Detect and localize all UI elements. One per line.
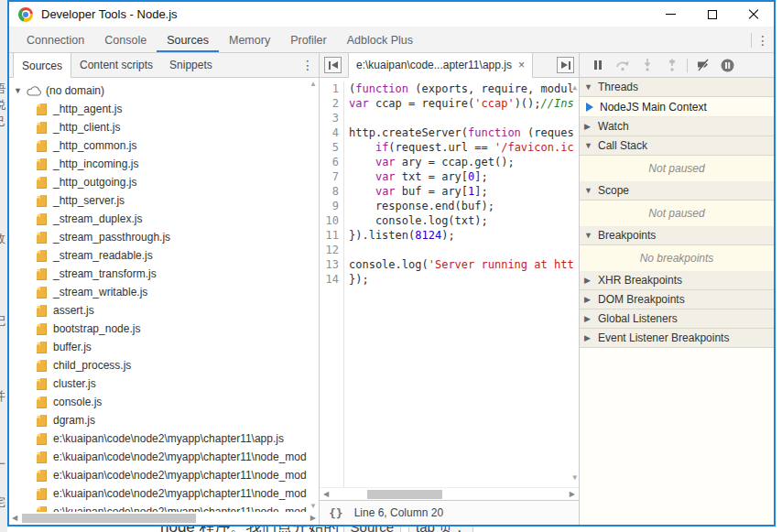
step-into-icon[interactable] [635, 54, 659, 76]
editor-scroll-down-icon[interactable]: ▼ [572, 471, 577, 485]
tree-file-item[interactable]: _stream_duplex.js [9, 210, 319, 228]
section-header-event-listener-breakpoints[interactable]: ▶Event Listener Breakpoints [580, 329, 774, 348]
tree-file-item[interactable]: _http_outgoing.js [9, 173, 319, 191]
file-name-label: _http_incoming.js [53, 157, 138, 170]
main-tab-memory[interactable]: Memory [219, 27, 280, 52]
tree-scroll-left-icon[interactable]: ◀ [12, 514, 17, 522]
tree-file-item[interactable]: _stream_passthrough.js [9, 228, 319, 246]
tree-file-item[interactable]: e:\kuaipan\code\node2\myapp\chapter11\no… [9, 448, 319, 466]
tree-file-item[interactable]: e:\kuaipan\code\node2\myapp\chapter11\no… [9, 484, 319, 503]
show-navigator-icon[interactable] [324, 57, 342, 73]
editor-scroll-right-icon[interactable]: ▶ [570, 490, 575, 498]
tree-scrollbar-thumb[interactable] [22, 514, 196, 523]
section-label: DOM Breakpoints [598, 293, 685, 306]
tab-close-icon[interactable]: × [518, 60, 525, 71]
tree-file-item[interactable]: _stream_readable.js [9, 246, 319, 265]
tree-file-item[interactable]: console.js [9, 393, 319, 411]
editor-horizontal-scrollbar[interactable]: ◀ ▶ [320, 487, 579, 500]
maximize-button[interactable] [691, 2, 733, 27]
tree-file-item[interactable]: _stream_transform.js [9, 265, 319, 283]
minimize-button[interactable] [650, 2, 691, 27]
tree-horizontal-scrollbar[interactable]: ◀ ▶ [9, 512, 319, 525]
section-expander-icon: ▶ [584, 122, 593, 131]
tree-file-item[interactable]: _http_common.js [9, 136, 319, 155]
tree-scroll-up-icon[interactable]: ▲ [310, 80, 317, 88]
expander-triangle-icon[interactable]: ▼ [14, 86, 23, 95]
nav-bar-right [569, 61, 570, 70]
section-header-threads[interactable]: ▼Threads [580, 78, 774, 97]
navigator-kebab-icon[interactable]: ⋮ [297, 53, 319, 77]
file-name-label: _http_server.js [53, 194, 125, 207]
tree-file-item[interactable]: assert.js [9, 301, 319, 320]
section-header-xhr-breakpoints[interactable]: ▶XHR Breakpoints [580, 271, 774, 290]
deactivate-breakpoints-icon[interactable] [690, 54, 715, 76]
line-number-gutter: 1234567891011121314 [320, 81, 344, 487]
tree-file-item[interactable]: e:\kuaipan\code\node2\myapp\chapter11\no… [9, 503, 319, 512]
tree-file-item[interactable]: e:\kuaipan\code\node2\myapp\chapter11\no… [9, 466, 319, 484]
tree-file-item[interactable]: bootstrap_node.js [9, 320, 319, 338]
debugger-toolbar [580, 53, 774, 78]
section-header-scope[interactable]: ▼Scope [580, 181, 774, 201]
tree-file-item[interactable]: e:\kuaipan\code\node2\myapp\chapter11\ap… [9, 429, 319, 448]
main-tab-adblock-plus[interactable]: Adblock Plus [337, 27, 423, 52]
tree-file-item[interactable]: _stream_writable.js [9, 283, 319, 301]
section-expander-icon: ▼ [584, 141, 593, 150]
section-expander-icon: ▼ [584, 231, 593, 240]
editor-scrollbar-thumb[interactable] [367, 490, 442, 499]
editor-scroll-up-icon[interactable]: ▲ [572, 81, 577, 95]
window-controls [650, 2, 774, 27]
section-header-global-listeners[interactable]: ▶Global Listeners [580, 309, 774, 329]
chrome-logo-icon [18, 7, 33, 22]
step-over-icon[interactable] [610, 54, 635, 76]
section-placeholder-text: Not paused [580, 201, 774, 226]
tree-file-item[interactable]: _http_agent.js [9, 100, 319, 118]
code-line: console.log('Server running at htt [349, 257, 579, 272]
file-name-label: e:\kuaipan\code\node2\myapp\chapter11\no… [53, 469, 307, 482]
navigator-tab-content-scripts[interactable]: Content scripts [71, 53, 161, 77]
background-glyph-fragment: 一 [0, 456, 5, 472]
debugger-sidebar: ▼ThreadsNodeJS Main Context▶Watch▼Call S… [579, 53, 774, 525]
section-header-call-stack[interactable]: ▼Call Stack [580, 136, 774, 156]
pause-script-icon[interactable] [585, 54, 610, 76]
main-tab-profiler[interactable]: Profiler [280, 27, 337, 52]
tree-file-item[interactable]: dgram.js [9, 411, 319, 429]
show-drawer-icon[interactable] [557, 57, 574, 73]
tree-file-item[interactable]: buffer.js [9, 338, 319, 356]
tree-file-item[interactable]: _http_server.js [9, 191, 319, 210]
section-header-dom-breakpoints[interactable]: ▶DOM Breakpoints [580, 290, 774, 309]
tree-scroll-right-icon[interactable]: ▶ [310, 514, 316, 522]
navigator-tab-snippets[interactable]: Snippets [161, 53, 221, 77]
file-name-label: assert.js [53, 304, 94, 317]
section-label: Event Listener Breakpoints [598, 331, 729, 344]
step-out-icon[interactable] [659, 54, 684, 76]
main-tab-sources[interactable]: Sources [157, 27, 219, 52]
tree-file-item[interactable]: _http_client.js [9, 118, 319, 136]
main-tab-connection[interactable]: Connection [16, 27, 94, 52]
tree-file-item[interactable]: cluster.js [9, 375, 319, 393]
tree-scroll-down-icon[interactable]: ▼ [310, 502, 317, 510]
file-icon [37, 177, 47, 189]
tree-file-item[interactable]: child_process.js [9, 356, 319, 375]
file-tree: ▼ (no domain) _http_agent.js_http_client… [9, 78, 319, 512]
section-header-watch[interactable]: ▶Watch [580, 117, 774, 136]
file-icon [37, 451, 47, 463]
main-menu-kebab-icon[interactable]: ⋮ [752, 27, 774, 52]
code-editor[interactable]: 1234567891011121314 (function (exports, … [320, 78, 579, 487]
code-line: var buf = ary[1]; [349, 184, 579, 199]
editor-tab-appjs[interactable]: e:\kuaipan\code...apter11\app.js × [348, 53, 533, 78]
section-label: Watch [598, 120, 629, 133]
file-name-label: _stream_readable.js [53, 249, 153, 262]
close-button[interactable] [733, 2, 774, 27]
pretty-print-icon[interactable]: {} [329, 506, 343, 520]
code-line: if(request.url == '/favicon.ic [349, 140, 579, 155]
pause-on-exceptions-icon[interactable] [715, 54, 740, 76]
tree-root-no-domain[interactable]: ▼ (no domain) [9, 81, 319, 100]
file-icon [37, 415, 47, 427]
section-header-breakpoints[interactable]: ▼Breakpoints [580, 226, 774, 245]
editor-scroll-left-icon[interactable]: ◀ [323, 490, 329, 498]
thread-item[interactable]: NodeJS Main Context [580, 97, 774, 117]
file-name-label: cluster.js [53, 377, 96, 390]
tree-file-item[interactable]: _http_incoming.js [9, 155, 319, 173]
navigator-tab-sources[interactable]: Sources [13, 53, 71, 78]
main-tab-console[interactable]: Console [94, 27, 157, 52]
